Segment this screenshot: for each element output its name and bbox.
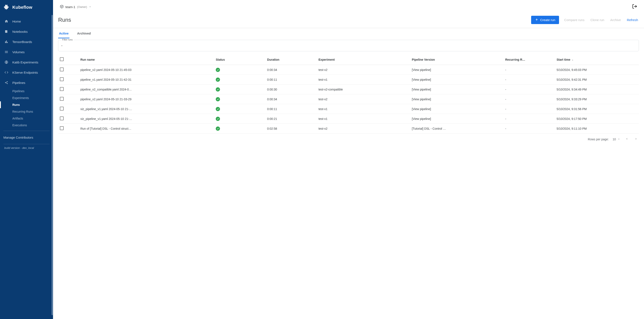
experiment-cell[interactable]: test-v2	[317, 65, 410, 75]
namespace-picker[interactable]: team-1 (Owner)	[60, 5, 91, 9]
experiment-cell[interactable]: test-v1	[317, 114, 410, 124]
duration-cell: 0:00:21	[265, 114, 317, 124]
run-name-cell[interactable]: pipeline_v1.yaml 2024-05-10 21-42-31	[78, 75, 214, 84]
compare-runs-button[interactable]: Compare runs	[563, 17, 585, 23]
sidebar-item-volumes[interactable]: Volumes	[0, 47, 53, 57]
col-run-name[interactable]: Run name	[78, 54, 214, 65]
col-start-label: Start time	[556, 58, 570, 61]
pipeline-version-cell[interactable]: [View pipeline]	[410, 75, 504, 84]
experiment-cell[interactable]: test-v1	[317, 75, 410, 84]
page-header: Runs Create run Compare runs Clone run A…	[53, 14, 644, 28]
select-all-checkbox[interactable]	[60, 57, 64, 61]
rows-per-page-select[interactable]: 10	[612, 138, 620, 141]
logout-icon[interactable]	[632, 4, 637, 10]
sidebar-item-label: Notebooks	[12, 30, 28, 34]
status-success-icon	[216, 87, 220, 92]
subnav-executions[interactable]: Executions	[12, 122, 53, 128]
subnav-artifacts[interactable]: Artifacts	[12, 115, 53, 122]
next-page-button[interactable]	[633, 136, 639, 142]
status-success-icon	[216, 126, 220, 131]
refresh-button[interactable]: Refresh	[626, 17, 639, 23]
rows-per-page-label: Rows per page:	[588, 138, 609, 141]
filter-text-input[interactable]	[64, 44, 636, 47]
row-checkbox[interactable]	[60, 97, 64, 101]
subnav-runs[interactable]: Runs	[12, 101, 53, 108]
sidebar-item-notebooks[interactable]: Notebooks	[0, 26, 53, 37]
plus-icon	[535, 18, 538, 22]
brand-logo[interactable]: Kubeflow	[0, 0, 53, 14]
create-run-button[interactable]: Create run	[531, 16, 559, 24]
subnav-recurring-runs[interactable]: Recurring Runs	[12, 108, 53, 115]
filter-caret-icon: ▾	[61, 44, 62, 47]
status-success-icon	[216, 78, 220, 82]
sidebar-item-kserve-endpoints[interactable]: KServe Endpoints	[0, 67, 53, 78]
experiment-cell[interactable]: test-v2	[317, 94, 410, 104]
row-checkbox[interactable]	[60, 77, 64, 81]
sidebar-divider	[4, 144, 50, 144]
filter-runs-input[interactable]: Filter runs ▾	[58, 40, 639, 51]
row-checkbox[interactable]	[60, 68, 64, 71]
start-time-cell: 5/10/2024, 9:17:50 PM	[555, 114, 639, 124]
col-experiment[interactable]: Experiment	[317, 54, 410, 65]
row-checkbox[interactable]	[60, 107, 64, 110]
col-pipeline-version[interactable]: Pipeline Version	[410, 54, 504, 65]
table-row: Run of [Tutorial] DSL - Control struct…0…	[58, 124, 639, 134]
start-time-cell: 5/10/2024, 9:33:29 PM	[555, 94, 639, 104]
runs-table: Run name Status Duration Experiment Pipe…	[53, 51, 644, 134]
experiment-cell[interactable]: test-v1	[317, 104, 410, 114]
row-checkbox[interactable]	[60, 116, 64, 120]
col-status[interactable]: Status	[214, 54, 265, 65]
run-name-cell[interactable]: viz_pipeline_v1.yaml 2024-05-10 21-…	[78, 104, 214, 114]
namespace-name: team-1	[66, 5, 76, 9]
sidebar-item-label: Katib Experiments	[12, 60, 38, 64]
run-name-cell[interactable]: viz_pipeline_v1.yaml 2024-05-10 21-…	[78, 114, 214, 124]
row-checkbox[interactable]	[60, 87, 64, 91]
namespace-role: (Owner)	[77, 5, 87, 8]
bar-chart-icon	[4, 40, 8, 44]
table-row: viz_pipeline_v1.yaml 2024-05-10 21-…0:00…	[58, 104, 639, 114]
recurring-cell: -	[504, 104, 555, 114]
manage-contributors-link[interactable]: Manage Contributors	[0, 133, 53, 142]
pipeline-version-cell[interactable]: [View pipeline]	[410, 114, 504, 124]
pipeline-version-cell[interactable]: [View pipeline]	[410, 65, 504, 75]
pipelines-subnav: PipelinesExperimentsRunsRecurring RunsAr…	[0, 88, 53, 128]
subnav-pipelines[interactable]: Pipelines	[12, 88, 53, 94]
table-row: pipeline_v2.yaml 2024-05-10 21-33-290:00…	[58, 94, 639, 104]
pipeline-version-cell[interactable]: [View pipeline]	[410, 94, 504, 104]
home-icon	[4, 19, 8, 24]
sidebar-item-label: Pipelines	[12, 81, 25, 84]
run-name-cell[interactable]: Run of [Tutorial] DSL - Control struct…	[78, 124, 214, 134]
run-name-cell[interactable]: pipeline_v2.yaml 2024-05-10 21-45-03	[78, 65, 214, 75]
start-time-cell: 5/10/2024, 9:11:10 PM	[555, 124, 639, 134]
sidebar-item-home[interactable]: Home	[0, 16, 53, 26]
sidebar-item-tensorboards[interactable]: TensorBoards	[0, 37, 53, 47]
tab-active[interactable]: Active	[58, 28, 70, 38]
sidebar-scrollbar[interactable]	[52, 15, 53, 315]
prev-page-button[interactable]	[624, 136, 630, 142]
subnav-experiments[interactable]: Experiments	[12, 94, 53, 101]
row-checkbox[interactable]	[60, 126, 64, 130]
archive-button[interactable]: Archive	[609, 17, 622, 23]
recurring-cell: -	[504, 75, 555, 84]
run-name-cell[interactable]: pipeline_v2.yaml 2024-05-10 21-33-29	[78, 94, 214, 104]
col-duration[interactable]: Duration	[265, 54, 317, 65]
col-recurring[interactable]: Recurring R…	[504, 54, 555, 65]
status-success-icon	[216, 117, 220, 121]
col-start-time[interactable]: Start time ↓	[555, 54, 639, 65]
sidebar-item-label: KServe Endpoints	[12, 71, 38, 74]
filter-label: Filter runs	[61, 38, 74, 41]
experiment-cell[interactable]: test-v2	[317, 124, 410, 134]
table-row: pipeline_v1.yaml 2024-05-10 21-42-310:00…	[58, 75, 639, 84]
sidebar-item-pipelines[interactable]: Pipelines	[0, 78, 53, 88]
pipeline-version-cell[interactable]: [View pipeline]	[410, 104, 504, 114]
duration-cell: 0:02:58	[265, 124, 317, 134]
clone-run-button[interactable]: Clone run	[590, 17, 605, 23]
start-time-cell: 5/10/2024, 9:42:31 PM	[555, 75, 639, 84]
duration-cell: 0:00:34	[265, 94, 317, 104]
pipeline-version-cell[interactable]: [Tutorial] DSL - Control …	[410, 124, 504, 134]
tab-archived[interactable]: Archived	[76, 28, 92, 38]
run-name-cell[interactable]: pipeline_v2_compatible.yaml 2024-0…	[78, 84, 214, 94]
experiment-cell[interactable]: test-v2-compatible	[317, 84, 410, 94]
sidebar-item-katib-experiments[interactable]: Katib Experiments	[0, 57, 53, 67]
pipeline-version-cell[interactable]: [View pipeline]	[410, 84, 504, 94]
